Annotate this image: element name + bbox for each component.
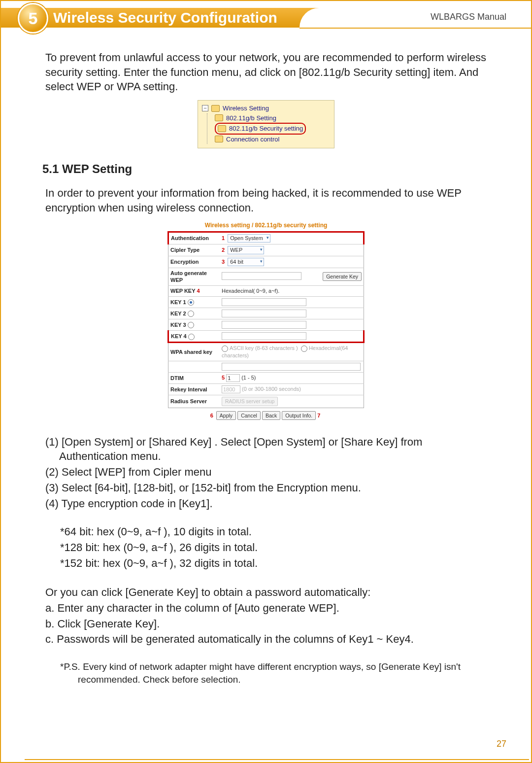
- encryption-select[interactable]: 64 bit: [228, 258, 264, 266]
- wepkey-hint: Hexadecimal( 0~9, a~f).: [220, 286, 364, 297]
- panel-breadcrumb: Wireless setting / 802.11g/b security se…: [167, 221, 365, 229]
- key-label: KEY 2: [170, 311, 186, 316]
- row-label: WPA shared key: [168, 343, 220, 361]
- key4-radio[interactable]: [188, 334, 195, 340]
- key2-input[interactable]: [222, 310, 306, 317]
- row-label: WEP KEY 4: [168, 286, 220, 297]
- row-label: Auto generate WEP: [168, 268, 220, 286]
- callout-number: 1: [222, 235, 225, 241]
- manual-label: WLBARGS Manual: [431, 12, 506, 22]
- intro-text: To prevent from unlawful access to your …: [45, 50, 487, 94]
- tree-root-label: Wireless Setting: [223, 104, 269, 113]
- tree-view: – Wireless Setting 802.11g/b Setting 802…: [198, 100, 334, 148]
- step-item: (4) Type encryption code in [Key1].: [45, 496, 487, 511]
- wpa-hex-radio[interactable]: [301, 346, 307, 352]
- tree-item-label: 802.11g/b Security setting: [229, 124, 303, 134]
- auto-item: a. Enter any character in the column of …: [45, 601, 487, 616]
- row-label: Radius Server: [168, 395, 220, 408]
- chapter-title: Wireless Security Configuration: [53, 8, 277, 28]
- auto-item: b. Click [Generate Key].: [45, 617, 487, 631]
- autogen-input[interactable]: [222, 272, 301, 280]
- cancel-button[interactable]: Cancel: [237, 411, 261, 420]
- step-item: (1) [Open System] or [Shared Key] . Sele…: [45, 435, 487, 464]
- key3-input[interactable]: [222, 321, 306, 329]
- settings-panel: Wireless setting / 802.11g/b security se…: [167, 221, 365, 420]
- key-label: KEY 3: [170, 322, 186, 328]
- dtim-input[interactable]: 1: [226, 374, 240, 382]
- auto-item: c. Passwords will be generated automatic…: [45, 632, 487, 647]
- section-heading: 5.1 WEP Setting: [42, 161, 487, 177]
- folder-icon: [215, 136, 223, 142]
- key-label: KEY 1: [170, 299, 186, 305]
- step-item: (2) Select [WEP] from Cipler menu: [45, 465, 487, 480]
- row-label: Rekey Interval: [168, 384, 220, 395]
- callout-number: 4: [197, 288, 200, 294]
- tree-item[interactable]: 802.11g/b Setting: [215, 113, 330, 123]
- collapse-icon[interactable]: –: [202, 105, 208, 111]
- tree-item-label: 802.11g/b Setting: [226, 113, 276, 123]
- authentication-select[interactable]: Open System: [228, 234, 270, 243]
- autogen-steps: Or you can click [Generate Key] to obtai…: [45, 585, 487, 647]
- radius-setup-button[interactable]: RADIUS server setup: [222, 397, 278, 406]
- header: 5 Wireless Security Configuration WLBARG…: [1, 1, 531, 34]
- wpa-key-input[interactable]: [222, 363, 361, 371]
- key1-input[interactable]: [222, 298, 306, 306]
- back-button[interactable]: Back: [262, 411, 280, 420]
- row-label: Cipler Type: [168, 244, 220, 256]
- panel-actions: 6 Apply Cancel Back Output Info. 7: [167, 408, 365, 420]
- callout-number: 2: [222, 247, 225, 253]
- wpa-ascii-radio[interactable]: [222, 346, 228, 352]
- rekey-hint: (0 or 300-1800 seconds): [242, 386, 301, 392]
- ps-note: *P.S. Every kind of network adapter migh…: [63, 660, 487, 686]
- note-item: *152 bit: hex (0~9, a~f ), 32 digits in …: [45, 556, 487, 571]
- tree-item-label: Connection control: [226, 135, 279, 144]
- key1-radio[interactable]: [188, 299, 194, 306]
- generate-key-button[interactable]: Generate Key: [323, 272, 362, 281]
- manual-page: 5 Wireless Security Configuration WLBARG…: [0, 0, 532, 763]
- folder-icon: [215, 114, 223, 121]
- callout-number: 5: [222, 375, 225, 381]
- wpa-opt1: ASCII key (8-63 characters ): [230, 345, 298, 351]
- callout-number: 3: [222, 259, 225, 265]
- page-number: 27: [497, 739, 506, 749]
- cipher-select[interactable]: WEP: [228, 246, 264, 254]
- dtim-hint: (1 - 5): [241, 375, 256, 381]
- steps-list: (1) [Open System] or [Shared Key] . Sele…: [45, 435, 487, 511]
- row-label: DTIM: [168, 373, 220, 384]
- note-item: *128 bit: hex (0~9, a~f ), 26 digits in …: [45, 540, 487, 555]
- section-body: In order to prevent your information fro…: [45, 186, 487, 215]
- tree-item-highlight[interactable]: 802.11g/b Security setting: [215, 123, 330, 135]
- folder-icon: [211, 105, 220, 112]
- note-item: *64 bit: hex (0~9, a~f ), 10 digits in t…: [45, 524, 487, 539]
- tree-root[interactable]: – Wireless Setting: [202, 104, 330, 113]
- callout-number: 7: [317, 413, 320, 418]
- step-item: (3) Select [64-bit], [128-bit], or [152-…: [45, 481, 487, 495]
- row-label: Encryption: [168, 256, 220, 268]
- output-info-button[interactable]: Output Info.: [282, 411, 316, 420]
- bit-notes: *64 bit: hex (0~9, a~f ), 10 digits in t…: [45, 524, 487, 570]
- key3-radio[interactable]: [188, 322, 194, 328]
- key4-input[interactable]: [222, 332, 306, 340]
- callout-number: 6: [210, 413, 213, 418]
- apply-button[interactable]: Apply: [216, 411, 236, 420]
- row-label: Authentication: [168, 232, 220, 244]
- content-area: To prevent from unlawful access to your …: [1, 34, 531, 686]
- chapter-badge: 5: [18, 3, 48, 34]
- tree-item[interactable]: Connection control: [215, 135, 330, 144]
- auto-item: Or you can click [Generate Key] to obtai…: [45, 585, 487, 600]
- folder-icon: [218, 125, 226, 132]
- rekey-input[interactable]: 1800: [222, 385, 240, 393]
- key2-radio[interactable]: [188, 311, 194, 317]
- key-label: KEY 4: [171, 333, 187, 339]
